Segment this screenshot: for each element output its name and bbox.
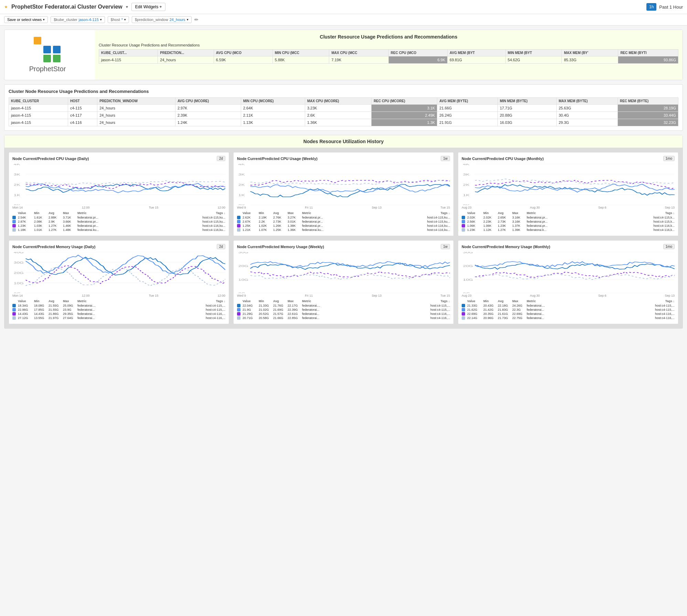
legend-avg: 1.27K xyxy=(498,228,512,232)
legend-color-swatch xyxy=(237,220,240,223)
node-resource-cell: 3.1K xyxy=(372,105,437,112)
node-resource-col-header: MIN CPU (MCORE) xyxy=(241,98,305,105)
legend-color-swatch xyxy=(237,308,240,311)
legend-metric: federatorai... xyxy=(302,312,430,316)
legend-tags: host:c4-115,... xyxy=(430,308,450,311)
node-resource-cell: 24_hours xyxy=(97,112,175,119)
x-axis-label: Tue 15 xyxy=(440,206,450,209)
x-axis-label: Aug 23 xyxy=(462,206,472,209)
kube-cluster-filter[interactable]: $kube_cluster jason-4-115 ▾ xyxy=(51,16,105,23)
legend-value: 22.96G xyxy=(18,308,33,311)
legend-max: 22.61G xyxy=(288,312,301,316)
legend-min: 20.96G xyxy=(483,316,497,320)
host-filter[interactable]: $host * ▾ xyxy=(108,16,129,23)
legend-header: ValueMinAvgMaxMetricTags ↓ xyxy=(237,211,450,215)
legend-metric: federatorai... xyxy=(77,308,205,311)
prediction-window-filter[interactable]: $prediction_window 24_hours ▾ xyxy=(132,16,192,23)
views-button[interactable]: Save or select views ▾ xyxy=(4,16,48,23)
cluster-pred-row: jason-4-11524_hours6.59K5.88K7.19K6.9K69… xyxy=(99,56,678,64)
legend-avg: 21.76G xyxy=(273,304,287,307)
legend-row: 1.23K 1.03K 1.27K 1.46K federatorai.pr..… xyxy=(12,224,225,227)
chart-badge: 1mo xyxy=(663,244,675,249)
logo-sq-empty-1 xyxy=(43,37,51,44)
chart-panel-cpu-weekly: Node Current/Predicted CPU Usage (Weekly… xyxy=(233,152,454,236)
legend-min: 1.03K xyxy=(34,224,48,227)
legend-value: 21.29G xyxy=(243,312,258,316)
svg-text:1K: 1K xyxy=(238,194,245,197)
node-resource-cell: 21.91G xyxy=(437,119,498,126)
chart-area: 4K3K2K1K0K xyxy=(462,164,675,205)
edit-widgets-button[interactable]: Edit Widgets + xyxy=(131,3,166,11)
logo-panel: ProphetStor xyxy=(4,30,90,80)
x-axis-label: 12:00 xyxy=(82,294,90,297)
chart-x-axis: Mon 1412:00Tue 1512:00 xyxy=(12,206,225,209)
chart-legend: ValueMinAvgMaxMetricTags ↓ 2.62K 2.19K 2… xyxy=(237,211,450,232)
legend-color-swatch xyxy=(12,308,16,311)
x-axis-label: Sep 13 xyxy=(665,294,675,297)
legend-tags: host:c4-115,... xyxy=(206,308,225,311)
charts-grid: Node Current/Predicted CPU Usage (Daily)… xyxy=(4,148,683,328)
legend-row: 22.04G 21.33G 21.76G 22.17G federatorai.… xyxy=(237,304,450,307)
node-resource-cell: jason-4-115 xyxy=(9,112,68,119)
node-resource-cell: c4-116 xyxy=(68,119,97,126)
chart-area: 4K3K2K1K0K xyxy=(12,164,225,205)
chart-x-axis: Aug 23Aug 30Sep 6Sep 13 xyxy=(462,294,675,297)
legend-metric: federatorai.... xyxy=(302,304,430,307)
edit-icon[interactable]: ✏ xyxy=(194,17,198,22)
legend-max: 22.17G xyxy=(288,304,301,307)
time-period-button[interactable]: 1h xyxy=(646,3,656,11)
legend-value: 1.06K xyxy=(467,224,483,227)
chart-area: 30G20G10G0G xyxy=(462,252,675,293)
legend-metric: federatorai.pr... xyxy=(77,224,202,227)
legend-value: 14.43G xyxy=(18,312,33,316)
title-dropdown-icon[interactable]: ▾ xyxy=(126,4,128,9)
legend-value: 1.21K xyxy=(243,228,258,232)
legend-avg: 21.66G xyxy=(273,316,287,320)
node-resource-cell: jason-4-115 xyxy=(9,119,68,126)
node-resource-cell: c4-117 xyxy=(68,112,97,119)
x-axis-label: Sep 13 xyxy=(665,206,675,209)
legend-tags: host:c4-116,... xyxy=(206,316,225,320)
node-resource-title: Cluster Node Resource Usage Predictions … xyxy=(9,89,678,94)
legend-min: 1.06K xyxy=(483,224,497,227)
legend-avg: 2.88K xyxy=(49,216,62,219)
chart-header: Node Current/Predicted CPU Usage (Weekly… xyxy=(237,156,450,161)
node-resource-table: KUBE_CLUSTERHOSTPREDICTION_WINDOWAVG CPU… xyxy=(9,97,678,126)
cluster-pred-cell: 54.62G xyxy=(505,56,562,64)
chart-area: 40G30G20G10G0G xyxy=(12,252,225,293)
x-axis-label: Wed 9 xyxy=(237,294,246,297)
legend-metric: federatorai... xyxy=(302,316,430,320)
legend-color-swatch xyxy=(462,316,465,320)
legend-metric: federatorai.k... xyxy=(527,228,653,232)
legend-color-swatch xyxy=(462,216,465,219)
legend-color-swatch xyxy=(12,224,16,227)
legend-metric: federatorai.ku... xyxy=(302,228,426,232)
chart-title: Node Current/Predicted CPU Usage (Weekly… xyxy=(237,157,318,161)
cluster-pred-cell: 69.81G xyxy=(448,56,506,64)
legend-color-swatch xyxy=(237,312,240,316)
legend-value: 2.54K xyxy=(18,216,33,219)
legend-color-swatch xyxy=(462,224,465,227)
x-axis-label: Tue 15 xyxy=(149,206,159,209)
legend-max: 22.3G xyxy=(512,308,526,311)
svg-text:2K: 2K xyxy=(238,183,245,187)
x-axis-label: Sep 6 xyxy=(598,206,607,209)
cluster-pred-col-header: MIN MEM (BYT xyxy=(505,50,562,56)
legend-avg: 2.9K xyxy=(49,220,62,223)
chart-x-axis: Wed 9Fri 11Sep 13Tue 15 xyxy=(237,294,450,297)
cluster-pred-cell: 6.9K xyxy=(388,56,447,64)
chart-legend: ValueMinAvgMaxMetricTags ↓ 21.33G 20.43G… xyxy=(462,299,675,320)
cluster-pred-col-header: AVG CPU (MCO xyxy=(214,50,272,56)
legend-max: 22.69G xyxy=(512,312,526,316)
header-right: 1h Past 1 Hour xyxy=(646,3,683,11)
svg-text:1K: 1K xyxy=(14,194,21,197)
node-resource-cell: 25.63G xyxy=(556,105,618,112)
legend-tags: host:c4-115,... xyxy=(655,308,675,311)
logo-text: ProphetStor xyxy=(29,65,66,73)
legend-max: 22.75G xyxy=(512,316,526,320)
node-resource-cell: jason-4-115 xyxy=(9,105,68,112)
cluster-pred-col-header: MIN CPU (MCC xyxy=(272,50,329,56)
x-axis-label: Sep 6 xyxy=(598,294,607,297)
x-axis-label: Fri 11 xyxy=(305,294,313,297)
legend-value: 2.67K xyxy=(243,220,258,223)
